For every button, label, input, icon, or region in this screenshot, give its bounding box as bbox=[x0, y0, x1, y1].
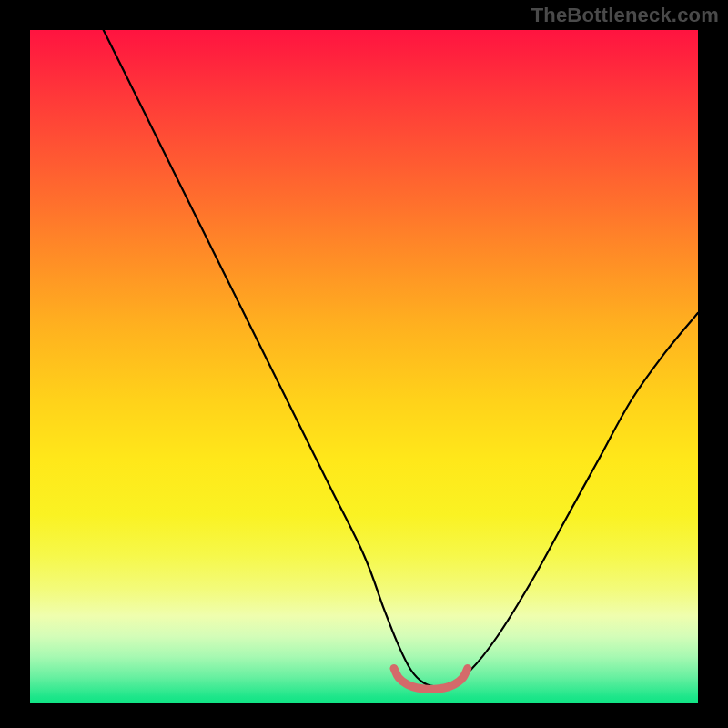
valley-marker bbox=[394, 669, 468, 690]
curve-layer bbox=[30, 30, 698, 703]
plot-area bbox=[30, 30, 698, 703]
bottleneck-curve bbox=[104, 30, 698, 687]
chart-frame: TheBottleneck.com bbox=[0, 0, 728, 728]
watermark-label: TheBottleneck.com bbox=[531, 4, 719, 27]
